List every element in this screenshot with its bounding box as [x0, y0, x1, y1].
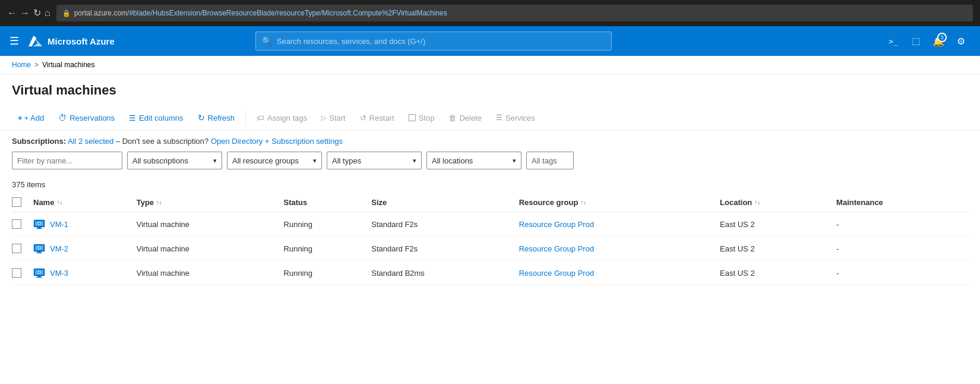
delete-button[interactable]: 🗑 Delete — [442, 111, 488, 125]
vm-size-cell: Standard F2s — [371, 212, 519, 237]
vm-maintenance-cell: - — [836, 212, 968, 237]
table-row: VM-1 Virtual machineRunningStandard F2sR… — [12, 212, 968, 237]
start-label: Start — [329, 114, 345, 122]
vm-icon — [33, 267, 45, 279]
portal-settings-button[interactable]: ⬚ — [906, 32, 925, 51]
azure-logo-text: Microsoft Azure — [48, 36, 115, 46]
breadcrumb-current: Virtual machines — [42, 61, 95, 69]
vm-icon — [33, 218, 45, 230]
delete-label: Delete — [459, 114, 482, 122]
restart-icon: ↺ — [360, 114, 366, 122]
assign-tags-button[interactable]: 🏷 Assign tags — [251, 111, 313, 125]
row-checkbox-cell — [12, 212, 33, 237]
subscriptions-filter-dropdown[interactable]: All subscriptions ▾ — [127, 152, 222, 169]
edit-columns-button[interactable]: ☰ Edit columns — [123, 111, 189, 125]
subscriptions-dropdown-arrow: ▾ — [213, 157, 217, 165]
location-sort-icon[interactable]: ↑↓ — [754, 199, 760, 206]
vm-resource-group-cell: Resource Group Prod — [519, 237, 720, 261]
page-title: Virtual machines — [12, 83, 968, 98]
tag-icon: 🏷 — [257, 114, 264, 122]
table-row: VM-3 Virtual machineRunningStandard B2ms… — [12, 261, 968, 285]
svg-rect-9 — [36, 253, 42, 253]
resource-group-sort-icon[interactable]: ↑↓ — [580, 199, 586, 206]
type-sort-icon[interactable]: ↑↓ — [156, 199, 162, 206]
svg-point-17 — [39, 272, 40, 273]
restart-button[interactable]: ↺ Restart — [354, 111, 400, 125]
resource-group-link[interactable]: Resource Group Prod — [519, 220, 594, 229]
global-search[interactable]: 🔍 — [255, 32, 612, 51]
tags-filter[interactable]: All tags — [526, 152, 574, 169]
browser-nav-buttons: ← → ↻ ⌂ — [7, 8, 50, 18]
vm-resource-group-cell: Resource Group Prod — [519, 261, 720, 285]
forward-button[interactable]: → — [20, 8, 30, 18]
toolbar: + + Add ⏱ Reservations ☰ Edit columns ↻ … — [0, 105, 980, 131]
row-checkbox-cell — [12, 237, 33, 261]
open-directory-link[interactable]: Open Directory + Subscription settings — [211, 137, 343, 146]
notification-count: 3 — [937, 33, 947, 42]
types-filter-dropdown[interactable]: All types ▾ — [327, 152, 422, 169]
address-bar[interactable]: 🔒 portal.azure.com/#blade/HubsExtension/… — [56, 5, 973, 21]
resource-group-link[interactable]: Resource Group Prod — [519, 269, 594, 278]
stop-button[interactable]: Stop — [403, 111, 441, 125]
vm-name-link[interactable]: VM-3 — [50, 269, 68, 278]
resource-groups-dropdown-arrow: ▾ — [313, 157, 317, 165]
search-input[interactable] — [277, 37, 605, 46]
breadcrumb-home[interactable]: Home — [12, 61, 31, 69]
row-checkbox-cell — [12, 261, 33, 285]
back-button[interactable]: ← — [7, 8, 17, 18]
page-header: Virtual machines — [0, 74, 980, 105]
select-all-checkbox[interactable] — [12, 197, 21, 207]
location-column-label: Location — [720, 198, 752, 207]
search-icon: 🔍 — [262, 36, 272, 46]
vm-name-link[interactable]: VM-2 — [50, 244, 68, 253]
svg-rect-15 — [36, 277, 42, 278]
subscriptions-selected-link[interactable]: All 2 selected — [68, 137, 113, 146]
cloud-shell-button[interactable]: >_ — [884, 32, 903, 51]
services-label: Services — [505, 114, 535, 122]
refresh-button[interactable]: ↻ Refresh — [192, 110, 241, 125]
svg-point-11 — [39, 247, 40, 249]
settings-button[interactable]: ⚙ — [951, 32, 970, 51]
header-row: Name ↑↓ Type ↑↓ Status Size — [12, 193, 968, 212]
types-dropdown-arrow: ▾ — [413, 157, 416, 165]
add-button[interactable]: + + Add — [12, 111, 50, 125]
start-button[interactable]: ▷ Start — [315, 111, 351, 125]
row-checkbox-2[interactable] — [12, 268, 21, 278]
subscriptions-filter-label: All subscriptions — [132, 156, 210, 165]
resource-group-column-header: Resource group ↑↓ — [519, 193, 720, 212]
reservations-button[interactable]: ⏱ Reservations — [52, 110, 121, 125]
resource-groups-filter-dropdown[interactable]: All resource groups ▾ — [227, 152, 322, 169]
vm-type-cell: Virtual machine — [137, 261, 284, 285]
add-label: + Add — [24, 114, 45, 122]
resource-group-link[interactable]: Resource Group Prod — [519, 244, 594, 253]
vm-resource-group-cell: Resource Group Prod — [519, 212, 720, 237]
table-body: VM-1 Virtual machineRunningStandard F2sR… — [12, 212, 968, 285]
vm-name-link[interactable]: VM-1 — [50, 220, 68, 229]
browser-refresh-button[interactable]: ↻ — [33, 8, 41, 18]
row-checkbox-1[interactable] — [12, 244, 21, 253]
tags-filter-label: All tags — [532, 156, 557, 165]
types-filter-label: All types — [332, 156, 409, 165]
notifications-button[interactable]: 🔔 3 — [929, 32, 948, 51]
assign-tags-label: Assign tags — [267, 114, 307, 122]
hamburger-menu[interactable]: ☰ — [10, 36, 19, 46]
main-content: Home > Virtual machines Virtual machines… — [0, 56, 980, 384]
reservations-label: Reservations — [69, 114, 115, 122]
status-column-header: Status — [284, 193, 372, 212]
row-checkbox-0[interactable] — [12, 219, 21, 229]
filters-row: All subscriptions ▾ All resource groups … — [12, 152, 968, 169]
name-sort-icon[interactable]: ↑↓ — [56, 199, 62, 206]
filter-by-name-input[interactable] — [12, 152, 122, 169]
gear-icon: ⚙ — [957, 36, 965, 47]
vm-table: Name ↑↓ Type ↑↓ Status Size — [12, 193, 968, 285]
services-button[interactable]: ☰ Services — [490, 111, 541, 125]
svg-rect-8 — [37, 251, 41, 253]
name-column-header: Name ↑↓ — [33, 193, 137, 212]
columns-icon: ☰ — [129, 114, 136, 122]
azure-logo: Microsoft Azure — [29, 36, 115, 46]
play-icon: ▷ — [321, 114, 326, 122]
size-column-header: Size — [371, 193, 519, 212]
locations-filter-dropdown[interactable]: All locations ▾ — [426, 152, 521, 169]
stop-label: Stop — [419, 114, 435, 122]
home-button[interactable]: ⌂ — [45, 8, 50, 18]
